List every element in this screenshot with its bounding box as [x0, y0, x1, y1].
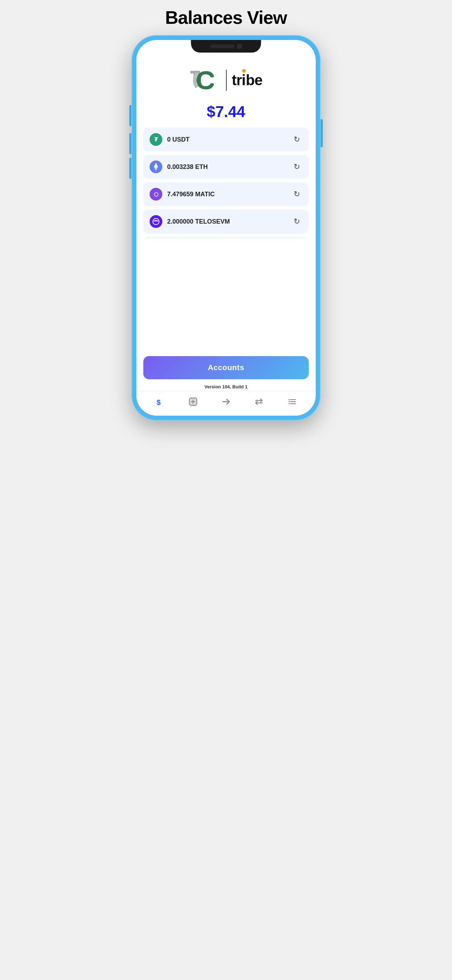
phone-frame: tr i be $7.44: [131, 35, 321, 421]
nav-send[interactable]: [217, 395, 235, 409]
svg-point-28: [288, 403, 290, 404]
logo-divider: [226, 70, 227, 91]
nav-add[interactable]: [184, 395, 202, 409]
nav-balance[interactable]: $: [151, 395, 169, 409]
bottom-navigation: $: [136, 391, 316, 416]
usdt-refresh-button[interactable]: ↻: [291, 134, 302, 145]
total-balance-section: $7.44: [136, 100, 316, 127]
accounts-button[interactable]: Accounts: [143, 356, 309, 379]
matic-refresh-button[interactable]: ↻: [291, 189, 302, 200]
notch-sensors: [210, 45, 234, 48]
telosevm-refresh-button[interactable]: ↻: [291, 216, 302, 227]
usdt-icon: ₮: [150, 133, 162, 146]
telosevm-icon: [150, 215, 162, 228]
token-row-usdt[interactable]: ₮ 0 USDT ↻: [143, 127, 309, 151]
total-balance-amount: $7.44: [207, 103, 245, 120]
notch-camera: [237, 44, 242, 49]
token-row-telosevm[interactable]: 2.000000 TELOSEVM ↻: [143, 210, 309, 234]
eth-icon: [150, 161, 162, 173]
phone-screen: tr i be $7.44: [136, 40, 316, 416]
svg-point-27: [288, 401, 290, 402]
accounts-section: Accounts: [136, 349, 316, 382]
nav-swap[interactable]: [250, 395, 268, 409]
svg-text:⬡: ⬡: [154, 191, 158, 197]
token-row-eth[interactable]: 0.003238 ETH ↻: [143, 155, 309, 179]
matic-label: 7.479659 MATIC: [167, 191, 215, 198]
logo-area: tr i be: [136, 57, 316, 100]
tc-logo-icon: [189, 68, 221, 92]
token-list: ₮ 0 USDT ↻: [136, 127, 316, 238]
telosevm-label: 2.000000 TELOSEVM: [167, 218, 230, 225]
phone-notch: [191, 40, 261, 52]
svg-point-26: [288, 399, 290, 400]
matic-icon: ⬡: [150, 188, 162, 200]
token-row-matic[interactable]: ⬡ 7.479659 MATIC ↻: [143, 182, 309, 206]
eth-label: 0.003238 ETH: [167, 163, 208, 171]
version-info: Version 104, Build 1: [136, 382, 316, 391]
usdt-label: 0 USDT: [167, 136, 189, 143]
eth-refresh-button[interactable]: ↻: [291, 161, 302, 172]
svg-text:₮: ₮: [154, 137, 158, 143]
page-title: Balances View: [165, 7, 286, 28]
nav-list[interactable]: [283, 395, 301, 409]
svg-text:$: $: [157, 398, 161, 406]
